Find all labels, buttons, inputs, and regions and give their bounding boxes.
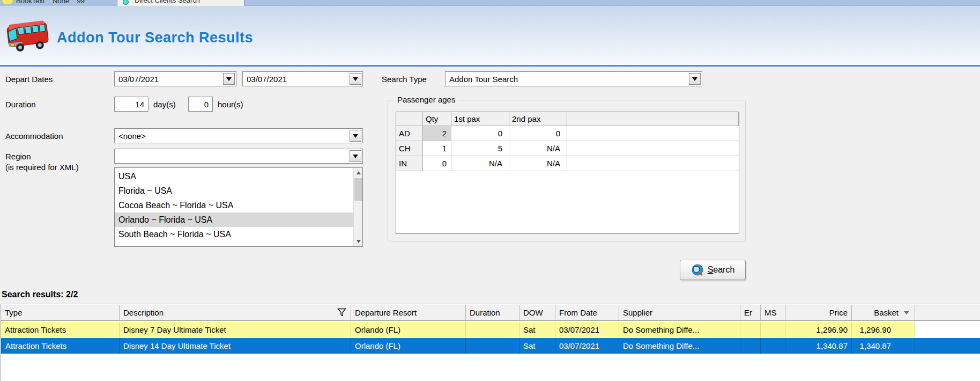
search-type-combobox[interactable]: Addon Tour Search bbox=[445, 71, 702, 86]
dropdown-arrow-icon[interactable] bbox=[350, 150, 361, 162]
passenger-ages-group: Passenger ages Qty 1st pax 2nd pax AD 2 … bbox=[388, 100, 746, 241]
column-header-departure-resort[interactable]: Departure Resort bbox=[351, 305, 465, 320]
column-header-er[interactable]: Er bbox=[740, 305, 760, 320]
header-divider bbox=[0, 65, 980, 67]
filter-icon[interactable] bbox=[337, 308, 346, 317]
region-option-selected[interactable]: Orlando ~ Florida ~ USA bbox=[115, 213, 353, 227]
region-option[interactable]: Cocoa Beach ~ Florida ~ USA bbox=[115, 198, 353, 213]
page-title: Addon Tour Search Results bbox=[57, 30, 253, 46]
infant-pax1-cell[interactable]: N/A bbox=[451, 156, 509, 171]
addon-tour-search-window: BookText None 99 Direct Clients Search bbox=[0, 0, 980, 381]
row-header-in[interactable]: IN bbox=[396, 156, 423, 171]
column-header-from-date[interactable]: From Date bbox=[555, 305, 619, 320]
corner-cell bbox=[396, 112, 423, 126]
app-icon bbox=[2, 0, 13, 4]
dropdown-arrow-icon[interactable] bbox=[350, 130, 361, 142]
top-strip-text: BookText None 99 bbox=[16, 0, 85, 5]
pax2-column-header: 2nd pax bbox=[509, 112, 567, 126]
column-header-type[interactable]: Type bbox=[1, 305, 119, 320]
region-label: Region bbox=[5, 152, 31, 161]
row-header-ch[interactable]: CH bbox=[396, 141, 423, 156]
column-header-price[interactable]: Price bbox=[785, 305, 851, 320]
adult-pax2-cell[interactable]: 0 bbox=[509, 126, 567, 141]
results-table-header: Type Description Departure Resort Durati… bbox=[1, 305, 980, 321]
sort-desc-icon bbox=[904, 311, 909, 314]
scroll-up-icon[interactable] bbox=[354, 168, 363, 178]
depart-to-combobox[interactable]: 03/07/2021 bbox=[242, 71, 363, 86]
adult-qty-cell[interactable]: 2 bbox=[423, 126, 451, 141]
passenger-row-child: CH 1 5 N/A bbox=[396, 141, 739, 156]
child-pax1-cell[interactable]: 5 bbox=[451, 141, 509, 156]
region-option-clipped[interactable] bbox=[115, 241, 353, 247]
column-header-ms[interactable]: MS bbox=[760, 305, 785, 320]
bus-icon bbox=[5, 17, 50, 56]
listbox-scrollbar[interactable] bbox=[353, 168, 362, 246]
accommodation-label: Accommodation bbox=[5, 131, 63, 141]
region-option[interactable]: USA bbox=[115, 169, 353, 184]
globe-icon bbox=[123, 0, 129, 5]
accommodation-combobox[interactable]: <none> bbox=[114, 128, 363, 143]
column-header-dow[interactable]: DOW bbox=[519, 305, 555, 320]
column-header-basket[interactable]: Basket bbox=[851, 305, 915, 320]
search-globe-icon bbox=[691, 263, 704, 276]
top-tab-strip: BookText None 99 Direct Clients Search bbox=[0, 0, 980, 6]
filler-header bbox=[567, 112, 739, 126]
tab-direct-clients-search[interactable]: Direct Clients Search bbox=[117, 0, 244, 6]
pax1-column-header: 1st pax bbox=[451, 112, 509, 126]
child-qty-cell[interactable]: 1 bbox=[423, 141, 451, 156]
dropdown-arrow-icon[interactable] bbox=[350, 73, 361, 85]
column-header-description[interactable]: Description bbox=[119, 305, 351, 320]
passenger-row-adult: AD 2 0 0 bbox=[396, 126, 739, 141]
region-combobox[interactable] bbox=[114, 149, 363, 164]
duration-days-input[interactable] bbox=[114, 97, 149, 112]
passenger-ages-table: Qty 1st pax 2nd pax AD 2 0 0 CH 1 5 N/A … bbox=[396, 112, 739, 234]
scrollbar-thumb[interactable] bbox=[354, 178, 362, 201]
adult-pax1-cell[interactable]: 0 bbox=[451, 126, 509, 141]
qty-column-header: Qty bbox=[423, 112, 451, 126]
search-button[interactable]: Search bbox=[680, 260, 746, 280]
row-header-ad[interactable]: AD bbox=[396, 126, 423, 141]
days-suffix-label: day(s) bbox=[153, 100, 176, 109]
infant-qty-cell[interactable]: 0 bbox=[423, 156, 451, 171]
depart-from-combobox[interactable]: 03/07/2021 bbox=[114, 71, 236, 86]
results-table: Type Description Departure Resort Durati… bbox=[1, 304, 980, 381]
dropdown-arrow-icon[interactable] bbox=[689, 73, 701, 85]
passenger-ages-title: Passenger ages bbox=[395, 95, 458, 104]
passenger-row-infant: IN 0 N/A N/A bbox=[396, 156, 739, 171]
result-row-2-selected[interactable]: Attraction Tickets Disney 14 Day Ultimat… bbox=[1, 338, 980, 354]
tab-strip-border bbox=[245, 5, 980, 5]
passenger-table-header: Qty 1st pax 2nd pax bbox=[396, 112, 739, 126]
region-note: (is required for XML) bbox=[5, 163, 79, 172]
depart-dates-label: Depart Dates bbox=[5, 75, 53, 84]
search-button-label: Search bbox=[708, 265, 735, 275]
result-row-1[interactable]: Attraction Tickets Disney 7 Day Ultimate… bbox=[1, 322, 980, 338]
region-option[interactable]: Florida ~ USA bbox=[115, 184, 353, 198]
duration-hours-input[interactable] bbox=[188, 97, 213, 112]
region-listbox[interactable]: USA Florida ~ USA Cocoa Beach ~ Florida … bbox=[114, 167, 363, 247]
search-type-label: Search Type bbox=[382, 75, 427, 84]
search-results-summary: Search results: 2/2 bbox=[2, 290, 78, 299]
duration-label: Duration bbox=[5, 100, 36, 109]
region-option[interactable]: South Beach ~ Florida ~ USA bbox=[115, 227, 353, 241]
column-header-duration[interactable]: Duration bbox=[465, 305, 519, 320]
page-header: Addon Tour Search Results bbox=[0, 6, 980, 65]
scroll-down-icon[interactable] bbox=[354, 237, 363, 246]
child-pax2-cell[interactable]: N/A bbox=[509, 141, 567, 156]
hours-suffix-label: hour(s) bbox=[218, 100, 243, 109]
dropdown-arrow-icon[interactable] bbox=[223, 73, 235, 85]
column-header-filler bbox=[915, 305, 980, 320]
infant-pax2-cell[interactable]: N/A bbox=[509, 156, 567, 171]
column-header-supplier[interactable]: Supplier bbox=[619, 305, 740, 320]
